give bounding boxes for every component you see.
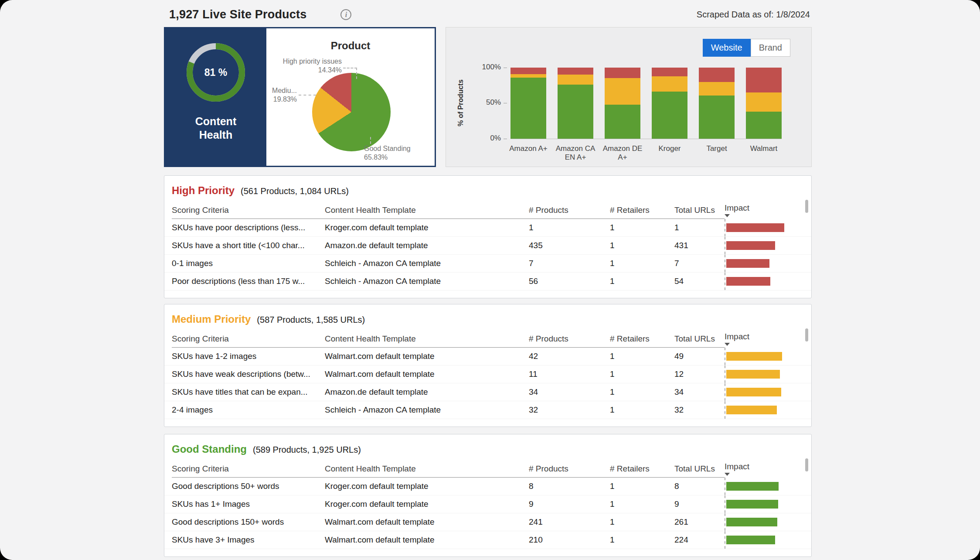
view-toggle: Website Brand: [703, 39, 790, 57]
bar-segment-good[interactable]: [605, 105, 640, 139]
bar-segment-good[interactable]: [558, 85, 593, 139]
pie-label-medium-priority-pct: 19.83%: [267, 95, 297, 104]
cell-template: Kroger.com default template: [325, 499, 529, 509]
cell-urls: 12: [674, 369, 725, 379]
col-products[interactable]: # Products: [529, 205, 610, 215]
cell-retailers: 1: [610, 223, 674, 232]
col-products[interactable]: # Products: [529, 334, 610, 344]
bar-walmart[interactable]: [746, 68, 782, 139]
bar-segment-medium[interactable]: [746, 92, 782, 112]
y-tickmark: [504, 139, 507, 139]
bar-segment-high[interactable]: [652, 68, 687, 76]
col-impact[interactable]: Impact: [725, 462, 811, 476]
impact-bar: [726, 241, 775, 250]
col-content-health-template[interactable]: Content Health Template: [325, 205, 529, 215]
cell-urls: 34: [674, 387, 725, 397]
col-products[interactable]: # Products: [529, 464, 610, 474]
bar-segment-good[interactable]: [652, 92, 687, 139]
cell-criteria: SKUs have a short title (<100 char...: [172, 241, 325, 250]
bar-amazon-de-a-plus[interactable]: [605, 68, 640, 139]
col-content-health-template[interactable]: Content Health Template: [325, 464, 529, 474]
col-impact-label: Impact: [725, 332, 749, 341]
cell-urls: 261: [674, 517, 725, 527]
bar-segment-good[interactable]: [746, 112, 782, 139]
cell-impact: [725, 401, 784, 419]
sort-desc-icon: [725, 343, 730, 346]
col-total-urls[interactable]: Total URLs: [674, 205, 725, 215]
cell-urls: 8: [674, 481, 725, 491]
column-headers: Scoring Criteria Content Health Template…: [164, 461, 811, 477]
col-content-health-template[interactable]: Content Health Template: [325, 334, 529, 344]
pie-label-good-standing-text: Good Standing: [364, 144, 429, 153]
donut-percent-label: 81 %: [183, 40, 248, 105]
content-health-block: 81 % Content Health: [165, 28, 266, 166]
table-header-high-priority: High Priority (561 Products, 1,084 URLs): [164, 176, 811, 197]
bar-segment-good[interactable]: [699, 96, 735, 139]
col-total-urls[interactable]: Total URLs: [674, 334, 725, 344]
bar-segment-high[interactable]: [699, 68, 735, 82]
cell-criteria: 0-1 images: [172, 259, 325, 268]
cell-urls: 224: [674, 535, 725, 545]
y-tick-0: 0%: [475, 134, 501, 143]
cell-criteria: SKUs has 1+ Images: [172, 499, 325, 509]
scrollbar-thumb[interactable]: [805, 328, 808, 341]
col-impact[interactable]: Impact: [725, 203, 811, 217]
cell-urls: 431: [674, 241, 725, 250]
bar-target[interactable]: [699, 68, 735, 139]
pie-connector-medium: [299, 95, 316, 96]
cell-impact: [725, 365, 784, 383]
cell-urls: 54: [674, 277, 725, 286]
col-retailers[interactable]: # Retailers: [610, 205, 674, 215]
table-row: SKUs has 1+ Images Kroger.com default te…: [164, 495, 811, 513]
cell-retailers: 1: [610, 241, 674, 250]
content-health-donut: 81 %: [183, 40, 248, 105]
content-health-label-line1: Content: [195, 115, 236, 128]
bar-kroger[interactable]: [652, 68, 687, 139]
cell-retailers: 1: [610, 517, 674, 527]
bar-segment-medium[interactable]: [510, 74, 546, 78]
retailer-bar-chart-panel: Website Brand % of Products 100% 50% 0%: [446, 27, 812, 167]
y-tick-100: 100%: [475, 63, 501, 72]
product-pie[interactable]: [312, 73, 391, 151]
scrollbar-thumb[interactable]: [805, 458, 808, 471]
cell-retailers: 1: [610, 405, 674, 415]
cell-retailers: 1: [610, 259, 674, 268]
bar-segment-high[interactable]: [746, 68, 782, 92]
cell-template: Walmart.com default template: [325, 352, 529, 361]
medium-priority-table: Medium Priority (587 Products, 1,585 URL…: [164, 304, 812, 427]
bar-amazon-ca-en-a-plus[interactable]: [558, 68, 593, 139]
bar-segment-medium[interactable]: [652, 76, 687, 92]
col-retailers[interactable]: # Retailers: [610, 464, 674, 474]
bar-amazon-a-plus[interactable]: [510, 68, 546, 139]
impact-bar: [726, 223, 784, 232]
col-scoring-criteria[interactable]: Scoring Criteria: [172, 464, 325, 474]
bar-segment-medium[interactable]: [699, 82, 735, 96]
info-icon[interactable]: i: [340, 9, 351, 20]
scrollbar-thumb[interactable]: [805, 200, 808, 213]
x-label: Walmart: [742, 144, 786, 162]
col-impact[interactable]: Impact: [725, 332, 811, 346]
pie-label-good-standing: Good Standing 65.83%: [364, 144, 429, 162]
col-scoring-criteria[interactable]: Scoring Criteria: [172, 334, 325, 344]
brand-toggle-button[interactable]: Brand: [751, 39, 790, 57]
col-total-urls[interactable]: Total URLs: [674, 464, 725, 474]
bar-segment-high[interactable]: [510, 68, 546, 74]
cell-urls: 1: [674, 223, 725, 232]
cell-retailers: 1: [610, 277, 674, 286]
col-retailers[interactable]: # Retailers: [610, 334, 674, 344]
table-row: SKUs have poor descriptions (less... Kro…: [164, 219, 811, 237]
website-toggle-button[interactable]: Website: [703, 39, 751, 57]
bar-segment-medium[interactable]: [605, 78, 640, 104]
bar-segment-medium[interactable]: [558, 75, 593, 85]
table-row: SKUs have titles that can be expan... Am…: [164, 383, 811, 401]
impact-bar: [726, 518, 777, 526]
bar-segment-high[interactable]: [605, 68, 640, 78]
table-subtitle: (587 Products, 1,585 URLs): [257, 315, 365, 325]
x-label: Amazon DE A+: [601, 144, 644, 162]
bar-segment-high[interactable]: [558, 68, 593, 75]
cell-criteria: Good descriptions 50+ words: [172, 481, 325, 491]
product-pie-title: Product: [266, 40, 435, 52]
col-scoring-criteria[interactable]: Scoring Criteria: [172, 205, 325, 215]
product-pie-panel: Product High priority issues 14.34% Medi…: [266, 28, 435, 166]
bar-segment-good[interactable]: [510, 78, 546, 139]
